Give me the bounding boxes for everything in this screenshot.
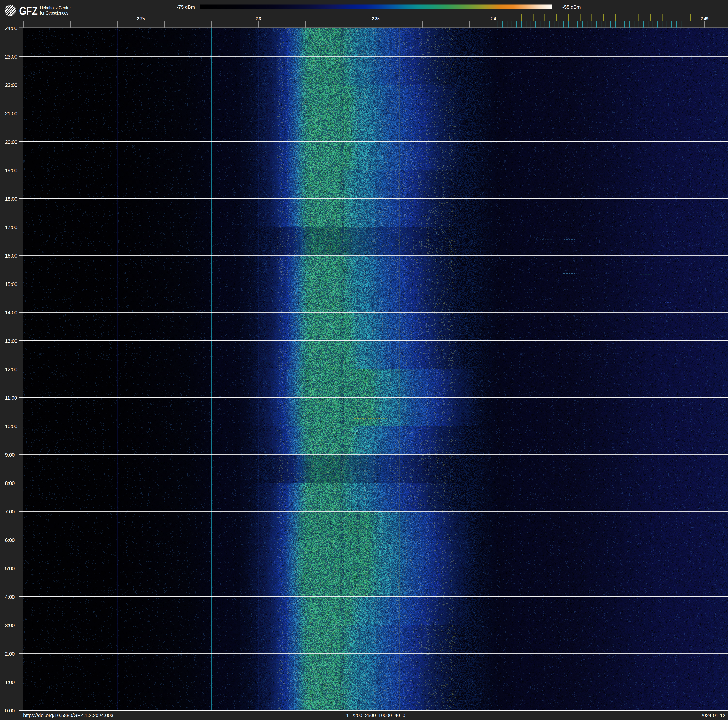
svg-text:15:00: 15:00 <box>5 282 17 287</box>
svg-text:1:00: 1:00 <box>5 680 15 685</box>
svg-text:-75 dBm: -75 dBm <box>177 4 195 10</box>
svg-text:2.4: 2.4 <box>491 16 496 21</box>
svg-text:7:00: 7:00 <box>5 509 15 515</box>
svg-text:8:00: 8:00 <box>5 481 15 486</box>
svg-text:5:00: 5:00 <box>5 566 15 571</box>
svg-text:18:00: 18:00 <box>5 196 17 202</box>
svg-text:2.35: 2.35 <box>372 16 380 21</box>
svg-text:16:00: 16:00 <box>5 253 17 259</box>
svg-text:13:00: 13:00 <box>5 339 17 344</box>
svg-text:24:00: 24:00 <box>5 26 17 31</box>
svg-text:2.25: 2.25 <box>137 16 145 21</box>
svg-text:11:00: 11:00 <box>5 395 17 401</box>
svg-text:20:00: 20:00 <box>5 139 17 145</box>
svg-text:12:00: 12:00 <box>5 367 17 372</box>
svg-text:1_2200_2500_10000_40_0: 1_2200_2500_10000_40_0 <box>346 713 405 718</box>
svg-text:GFZ: GFZ <box>19 5 38 17</box>
svg-text:4:00: 4:00 <box>5 594 15 600</box>
svg-text:2.3: 2.3 <box>256 16 261 21</box>
svg-text:2:00: 2:00 <box>5 651 15 657</box>
svg-text:10:00: 10:00 <box>5 424 17 429</box>
svg-text:-55 dBm: -55 dBm <box>563 4 581 10</box>
svg-text:Helmholtz Centre: Helmholtz Centre <box>40 5 71 10</box>
svg-text:2024-01-12: 2024-01-12 <box>700 713 725 718</box>
svg-text:9:00: 9:00 <box>5 452 15 458</box>
svg-text:21:00: 21:00 <box>5 111 17 116</box>
svg-text:23:00: 23:00 <box>5 54 17 60</box>
svg-text:19:00: 19:00 <box>5 168 17 173</box>
svg-text:6:00: 6:00 <box>5 538 15 543</box>
svg-text:for Geosciences: for Geosciences <box>40 10 68 15</box>
svg-text:17:00: 17:00 <box>5 225 17 230</box>
svg-text:22:00: 22:00 <box>5 83 17 88</box>
svg-text:2.49: 2.49 <box>701 16 708 21</box>
svg-text:3:00: 3:00 <box>5 623 15 628</box>
svg-text:https://doi.org/10.5880/GFZ.1.: https://doi.org/10.5880/GFZ.1.2.2024.003 <box>23 713 113 718</box>
svg-text:0:00: 0:00 <box>5 708 15 714</box>
svg-text:14:00: 14:00 <box>5 310 17 316</box>
